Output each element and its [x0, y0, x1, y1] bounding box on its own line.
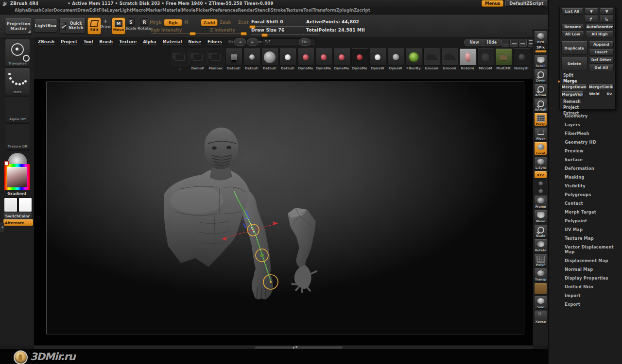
merge-visible-button[interactable]: MergeVisible — [561, 91, 584, 98]
menu-item[interactable]: Document — [53, 8, 77, 13]
shelf-collapse-handle[interactable]: ◂ — [0, 222, 4, 232]
menu-item[interactable]: Alpha — [15, 8, 28, 13]
focal-shift-slider[interactable] — [251, 26, 319, 27]
right-shelf-item[interactable] — [534, 188, 547, 194]
rgb-intensity-knob[interactable] — [190, 32, 196, 35]
weld-button[interactable]: Weld — [585, 91, 603, 98]
color-picker-square[interactable] — [7, 167, 27, 187]
lightbox-tab[interactable]: Noise — [188, 39, 201, 45]
menu-item[interactable]: Edit — [89, 8, 99, 13]
right-shelf-item[interactable]: Persp — [534, 113, 547, 126]
scale-button[interactable]: S Scale — [125, 18, 137, 31]
lightbox-next-button[interactable]: ▶ — [247, 38, 259, 46]
lightbox-tab[interactable]: Texture — [119, 39, 137, 45]
lightbox-item[interactable]: Defaul! — [261, 49, 278, 70]
mrgb-toggle[interactable]: Mrgb — [150, 20, 162, 25]
duplicate-button[interactable]: Duplicate — [561, 41, 587, 55]
sculpt-model[interactable] — [151, 120, 345, 314]
lightbox-item[interactable]: GroomI — [423, 49, 440, 70]
zadd-toggle[interactable]: Zadd — [201, 19, 218, 26]
lightbox-item[interactable]: FiberBy — [405, 49, 422, 70]
lightbox-item[interactable]: NoisyD! — [513, 49, 530, 70]
canvas-area[interactable] — [34, 79, 533, 346]
delete-button[interactable]: Delete — [561, 57, 587, 70]
menu-item[interactable]: File — [99, 8, 107, 13]
tool-section-item[interactable]: Masking — [549, 173, 622, 182]
tool-section-item[interactable]: Deformation — [549, 164, 622, 173]
right-shelf-item[interactable] — [534, 283, 547, 295]
rename-button[interactable]: Rename — [561, 24, 584, 30]
default-zscript-button[interactable]: DefaultZScript — [505, 0, 547, 7]
draw-button[interactable]: + Draw — [100, 18, 111, 29]
lightbox-item[interactable]: Defaul! — [279, 49, 296, 70]
lightbox-tab[interactable]: Project — [61, 39, 77, 45]
lightbox-hide-button[interactable]: Hide — [482, 39, 502, 46]
subtool-up-button[interactable]: ▼ — [585, 8, 599, 15]
lightbox-item[interactable]: .. — [172, 49, 188, 70]
m-toggle[interactable]: M — [184, 20, 188, 25]
tool-section-item[interactable]: Polypaint — [549, 216, 622, 225]
right-shelf-item[interactable]: Scroll — [534, 55, 547, 68]
right-shelf-item[interactable]: Actual — [534, 84, 547, 97]
lightbox-item[interactable]: GroomI — [441, 49, 458, 70]
lightbox-item[interactable]: Defaul! — [243, 49, 260, 70]
insert-button[interactable]: Insert — [589, 49, 614, 56]
zcut-toggle[interactable]: Zcut — [238, 20, 248, 25]
menu-item[interactable]: Picker — [195, 8, 210, 13]
menu-item[interactable]: Zscript — [354, 8, 370, 13]
switch-color-button[interactable]: SwitchColor — [3, 213, 32, 219]
tool-section-item[interactable]: Geometry HD — [549, 138, 622, 147]
move-up-branch-button[interactable]: ↱ — [584, 16, 598, 23]
rgb-toggle[interactable]: Rgb — [164, 19, 182, 26]
menu-item[interactable]: Macro — [132, 8, 146, 13]
tool-section-item[interactable]: Export — [549, 300, 622, 309]
projection-master-button[interactable]: Projection Master — [5, 18, 32, 34]
menu-item[interactable]: Material — [162, 8, 182, 13]
menu-item[interactable]: Brush — [28, 8, 41, 13]
current-texture-thumb[interactable]: Texture Off — [5, 123, 30, 149]
menu-item[interactable]: Stroke — [271, 8, 286, 13]
merge-similar-button[interactable]: MergeSimilar — [588, 84, 614, 90]
gradient-label[interactable]: Gradient — [0, 192, 34, 196]
append-button[interactable]: Append — [589, 41, 614, 48]
right-shelf-item[interactable]: Local — [534, 142, 547, 155]
lightbox-item[interactable]: DynaW — [369, 49, 386, 70]
menu-item[interactable]: Preferences — [210, 8, 238, 13]
main-color-swatch[interactable] — [4, 198, 17, 212]
tool-section-item[interactable]: Geometry — [549, 112, 622, 120]
tool-section-item[interactable]: Import — [549, 291, 622, 300]
menu-item[interactable]: Zplugin — [336, 8, 354, 13]
del-other-button[interactable]: Del Other — [589, 57, 614, 64]
tool-section-item[interactable]: Visibility — [549, 182, 622, 190]
right-shelf-item[interactable]: Solo — [534, 296, 547, 309]
move-button[interactable]: M Move — [112, 17, 125, 34]
lightbox-item[interactable]: DynaMe — [333, 49, 350, 70]
right-shelf-item[interactable]: Scale — [534, 225, 547, 238]
project-section[interactable]: Project — [561, 104, 614, 110]
lightbox-item[interactable]: DynaMe — [351, 49, 368, 70]
rotate-button[interactable]: R Rotate — [138, 18, 151, 31]
current-alpha-thumb[interactable]: Alpha Off — [5, 96, 30, 122]
list-all-button[interactable]: List All — [561, 8, 583, 15]
thumb-size-3-icon[interactable] — [519, 39, 527, 47]
zsub-toggle[interactable]: Zsub — [220, 20, 231, 25]
thumb-size-1-icon[interactable] — [501, 39, 509, 47]
lightbox-item[interactable]: DynaMe — [297, 49, 314, 70]
right-shelf-item[interactable]: Floor — [534, 128, 547, 141]
z-intensity-knob[interactable] — [241, 32, 247, 35]
right-shelf-item[interactable]: Zoom — [534, 69, 547, 83]
lightbox-button[interactable]: LightBox — [34, 19, 57, 33]
tool-section-item[interactable]: Display Properties — [549, 274, 622, 282]
menu-item[interactable]: Stencil — [255, 8, 271, 13]
tool-section-item[interactable]: Preview — [549, 147, 622, 155]
lightbox-item[interactable]: MultiFit — [495, 49, 512, 70]
tool-section-item[interactable]: FiberMesh — [549, 129, 622, 138]
tool-section-item[interactable]: Morph Target — [549, 208, 622, 216]
z-intensity-slider[interactable] — [201, 33, 247, 33]
alternate-button[interactable]: Alternate — [3, 219, 34, 226]
menu-item[interactable]: Movie — [182, 8, 196, 13]
uv-button[interactable]: Uv — [605, 91, 614, 98]
tool-section-item[interactable]: Vector Displacement Map — [549, 243, 622, 256]
lightbox-tab[interactable]: ZBrush — [38, 39, 54, 45]
lightbox-go-button[interactable]: Go — [299, 38, 311, 46]
